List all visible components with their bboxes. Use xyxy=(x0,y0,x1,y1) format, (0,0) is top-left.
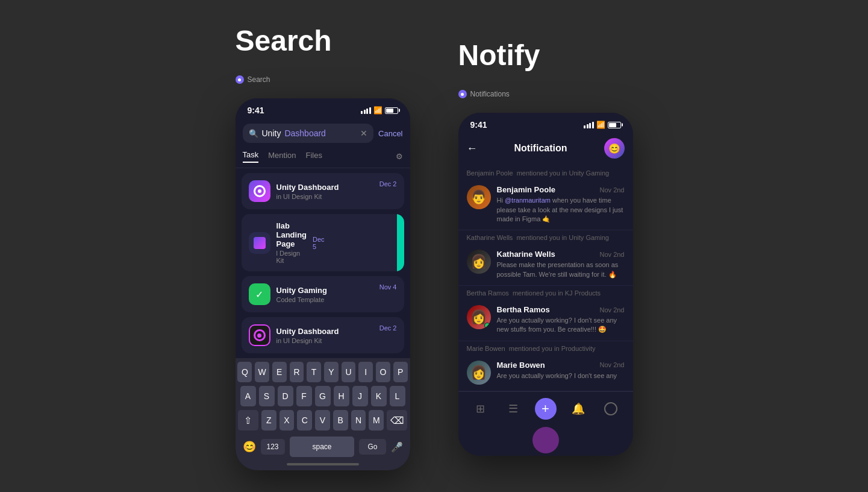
result-title-4: Unity Dashboard xyxy=(276,327,397,336)
key-i[interactable]: I xyxy=(358,362,373,382)
search-label-text: Search xyxy=(248,75,270,84)
notif-content-1: Benjamin Poole Nov 2nd Hi @tranmauritam … xyxy=(497,185,625,224)
key-e[interactable]: E xyxy=(272,362,287,382)
signal-icon xyxy=(361,107,371,114)
search-bar-container: 🔍 Unity Dashboard ✕ Cancel xyxy=(236,119,410,148)
search-phone: 9:41 📶 🔍 Unity Dashboard ✕ xyxy=(236,98,410,470)
search-clear-icon[interactable]: ✕ xyxy=(360,128,367,138)
key-z[interactable]: Z xyxy=(261,410,276,430)
result-date-1: Dec 2 xyxy=(379,180,397,188)
nav-add[interactable]: + xyxy=(535,398,557,420)
search-results: Unity Dashboard in UI Design Kit Dec 2 l… xyxy=(236,173,410,353)
tab-settings-icon[interactable]: ⚙ xyxy=(396,152,403,161)
home-indicator xyxy=(287,463,359,465)
keyboard-bottom-row: 😊 123 space Go 🎤 xyxy=(238,434,408,459)
wifi-icon: 📶 xyxy=(373,106,382,115)
result-subtitle-4: in UI Design Kit xyxy=(276,337,397,344)
list-icon: ☰ xyxy=(508,402,518,415)
result-item-1[interactable]: Unity Dashboard in UI Design Kit Dec 2 xyxy=(242,173,404,209)
key-n[interactable]: N xyxy=(351,410,366,430)
go-key[interactable]: Go xyxy=(359,439,386,455)
key-d[interactable]: D xyxy=(278,386,293,406)
notify-section: Notify Notifications 9:41 📶 xyxy=(458,39,633,456)
key-p[interactable]: P xyxy=(393,362,408,382)
result-item-3[interactable]: ✓ Unity Gaming Coded Template Nov 4 xyxy=(242,276,404,312)
emoji-key[interactable]: 😊 xyxy=(243,440,256,453)
notif-message-2: Please make the presentation as soon as … xyxy=(497,260,625,279)
notif-content-3: Bertha Ramos Nov 2nd Are you actually wo… xyxy=(497,305,625,335)
battery-icon xyxy=(385,107,398,114)
notif-message-1: Hi @tranmauritam when you have time plea… xyxy=(497,196,625,224)
nav-notifications[interactable]: 🔔 xyxy=(567,398,589,420)
key-r[interactable]: R xyxy=(290,362,304,382)
notif-item-2[interactable]: 👩 Katharine Wells Nov 2nd Please make th… xyxy=(458,244,633,286)
fab-button[interactable] xyxy=(532,427,559,453)
keyboard-row-1: Q W E R T Y U I O P xyxy=(238,362,408,382)
tab-files[interactable]: Files xyxy=(305,151,322,162)
key-s[interactable]: S xyxy=(259,386,275,406)
result-info-1: Unity Dashboard in UI Design Kit xyxy=(276,183,397,200)
notif-section-label-3: Bertha Ramos mentioned you in KJ Product… xyxy=(458,286,633,299)
space-key[interactable]: space xyxy=(290,437,355,457)
notif-section-label-4: Marie Bowen mentioned you in Productivit… xyxy=(458,341,633,355)
key-y[interactable]: Y xyxy=(324,362,339,382)
result-icon-1 xyxy=(249,180,270,202)
key-m[interactable]: M xyxy=(369,410,384,430)
result-info-2: llab Landing Page l Design Kit xyxy=(276,221,307,264)
key-t[interactable]: T xyxy=(307,362,321,382)
key-c[interactable]: C xyxy=(297,410,312,430)
avatar-benjamin: 👨 xyxy=(467,185,491,209)
key-g[interactable]: G xyxy=(315,386,331,406)
key-a[interactable]: A xyxy=(240,386,256,406)
search-input[interactable]: 🔍 Unity Dashboard ✕ xyxy=(243,124,374,143)
result-item-4[interactable]: Unity Dashboard in UI Design Kit Dec 2 xyxy=(242,317,404,353)
search-screen-label: Search xyxy=(236,75,270,84)
tab-task[interactable]: Task xyxy=(243,150,259,163)
header-avatar: 😊 xyxy=(604,138,625,159)
key-u[interactable]: U xyxy=(342,362,356,382)
key-b[interactable]: B xyxy=(333,410,348,430)
notif-name-row-1: Benjamin Poole Nov 2nd xyxy=(497,185,625,194)
key-f[interactable]: F xyxy=(296,386,312,406)
notification-header: ← Notification 😊 xyxy=(458,133,633,166)
key-h[interactable]: H xyxy=(334,386,349,406)
search-status-icons: 📶 xyxy=(361,106,398,115)
numbers-key[interactable]: 123 xyxy=(261,439,285,455)
nav-grid[interactable]: ⊞ xyxy=(470,398,492,420)
result-date-4: Dec 2 xyxy=(379,324,397,332)
microphone-key[interactable]: 🎤 xyxy=(391,441,403,453)
key-v[interactable]: V xyxy=(315,410,330,430)
key-j[interactable]: J xyxy=(352,386,368,406)
shift-key[interactable]: ⇧ xyxy=(238,410,258,430)
key-l[interactable]: L xyxy=(390,386,405,406)
grid-icon: ⊞ xyxy=(476,402,485,415)
key-x[interactable]: X xyxy=(279,410,295,430)
notif-item-3[interactable]: 👩 Bertha Ramos Nov 2nd Are you actually … xyxy=(458,299,633,341)
notify-status-icons: 📶 xyxy=(584,121,621,129)
swipe-share-button[interactable]: ↗ xyxy=(397,214,404,271)
signal-icon xyxy=(584,122,594,128)
nav-list[interactable]: ☰ xyxy=(502,398,524,420)
notif-item-4[interactable]: 👩 Marie Bowen Nov 2nd Are you actually w… xyxy=(458,355,633,391)
result-title-2: llab Landing Page xyxy=(276,221,307,248)
notif-message-3: Are you actually working? I don't see an… xyxy=(497,316,625,335)
bell-icon: 🔔 xyxy=(572,402,585,415)
back-button[interactable]: ← xyxy=(467,142,478,155)
bottom-navigation: ⊞ ☰ + 🔔 xyxy=(458,391,633,423)
key-o[interactable]: O xyxy=(376,362,390,382)
tab-mention[interactable]: Mention xyxy=(268,151,296,162)
avatar-marie: 👩 xyxy=(467,361,491,385)
fab-hint xyxy=(458,423,633,456)
key-k[interactable]: K xyxy=(371,386,387,406)
key-q[interactable]: Q xyxy=(237,362,252,382)
result-icon-3: ✓ xyxy=(249,283,270,305)
circle-icon xyxy=(604,402,617,415)
result-subtitle-1: in UI Design Kit xyxy=(276,193,397,200)
keyboard-row-3: ⇧ Z X C V B N M ⌫ xyxy=(238,410,408,430)
result-item-2[interactable]: llab Landing Page l Design Kit Dec 5 ↗ 🗑 xyxy=(242,214,404,271)
cancel-button[interactable]: Cancel xyxy=(378,129,402,138)
delete-key[interactable]: ⌫ xyxy=(387,410,407,430)
nav-search[interactable] xyxy=(600,398,622,420)
key-w[interactable]: W xyxy=(255,362,269,382)
notif-item-1[interactable]: 👨 Benjamin Poole Nov 2nd Hi @tranmaurita… xyxy=(458,179,633,230)
